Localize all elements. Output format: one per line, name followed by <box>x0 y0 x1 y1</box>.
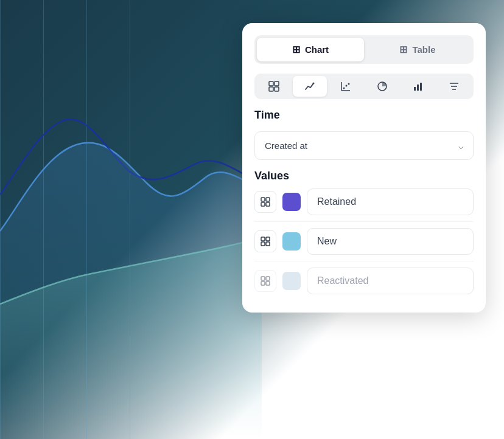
chart-type-toolbar <box>254 74 474 99</box>
chart-tab[interactable]: ⊞ Chart <box>257 38 364 61</box>
time-section: Time <box>254 109 474 122</box>
retained-row: Retained <box>254 182 474 222</box>
table-tab[interactable]: ⊞ Table <box>364 38 471 61</box>
table-tab-label: Table <box>412 44 435 55</box>
svg-rect-13 <box>420 83 422 91</box>
new-row: New <box>254 222 474 261</box>
chart-tab-icon: ⊞ <box>292 44 300 55</box>
svg-rect-21 <box>261 237 265 241</box>
chart-tab-label: Chart <box>305 44 329 55</box>
chevron-down-icon: ⌵ <box>458 141 463 151</box>
reactivated-row: Reactivated <box>254 261 474 300</box>
line-chart-type-btn[interactable] <box>293 76 326 97</box>
svg-point-9 <box>348 83 350 85</box>
svg-rect-26 <box>266 277 270 280</box>
svg-rect-23 <box>261 242 265 246</box>
filter-type-btn[interactable] <box>438 76 471 97</box>
svg-point-4 <box>312 83 314 85</box>
reactivated-label: Reactivated <box>307 268 474 294</box>
svg-rect-1 <box>275 81 279 86</box>
svg-point-7 <box>343 88 345 89</box>
svg-point-8 <box>346 85 348 87</box>
view-tab-row: ⊞ Chart ⊞ Table <box>254 35 474 64</box>
svg-rect-3 <box>275 87 279 91</box>
svg-rect-22 <box>266 237 270 241</box>
new-label: New <box>307 228 474 255</box>
svg-rect-28 <box>266 282 270 285</box>
svg-rect-24 <box>266 242 270 246</box>
reactivated-color-swatch[interactable] <box>282 272 301 290</box>
table-tab-icon: ⊞ <box>399 44 407 55</box>
values-label: Values <box>254 170 474 182</box>
svg-rect-18 <box>266 198 270 201</box>
svg-rect-11 <box>414 87 416 91</box>
bar-type-btn[interactable] <box>401 76 435 97</box>
time-dropdown[interactable]: Created at ⌵ <box>254 131 474 160</box>
grid-type-btn[interactable] <box>257 76 290 97</box>
scatter-type-btn[interactable] <box>329 76 363 97</box>
retained-grid-btn[interactable] <box>254 191 276 213</box>
svg-rect-2 <box>269 87 273 91</box>
pie-type-btn[interactable] <box>365 76 399 97</box>
svg-rect-27 <box>261 282 265 285</box>
svg-rect-25 <box>261 277 265 280</box>
svg-rect-0 <box>269 81 273 86</box>
retained-label: Retained <box>307 188 474 215</box>
new-grid-btn[interactable] <box>254 230 276 252</box>
svg-rect-19 <box>261 202 265 206</box>
retained-color-swatch[interactable] <box>282 193 301 211</box>
reactivated-grid-btn[interactable] <box>254 270 276 292</box>
chart-svg <box>0 0 262 439</box>
svg-rect-17 <box>261 198 265 201</box>
values-section: Values Retained <box>254 170 474 300</box>
svg-rect-12 <box>417 85 419 91</box>
time-label: Time <box>254 109 474 122</box>
time-dropdown-value: Created at <box>265 140 307 151</box>
svg-rect-20 <box>266 202 270 206</box>
settings-panel: ⊞ Chart ⊞ Table <box>242 23 486 313</box>
new-color-swatch[interactable] <box>282 232 301 251</box>
